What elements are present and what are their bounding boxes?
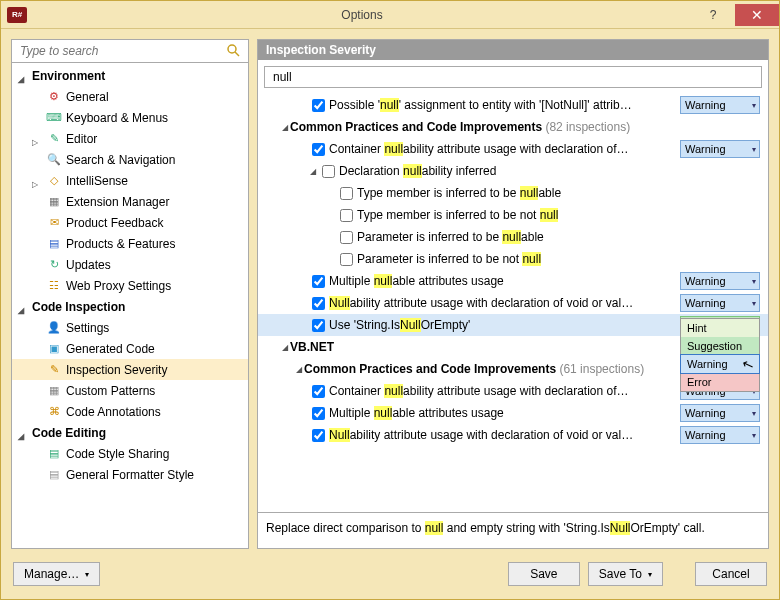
item-icon: ✎	[46, 362, 62, 378]
sidebar-item[interactable]: ⌨Keyboard & Menus	[12, 107, 248, 128]
chevron-icon[interactable]: ◢	[294, 365, 304, 374]
manage-button[interactable]: Manage…	[13, 562, 100, 586]
category-label: Code Editing	[32, 426, 106, 440]
severity-selector[interactable]: Warning	[680, 96, 760, 114]
cancel-button[interactable]: Cancel	[695, 562, 767, 586]
sidebar-item[interactable]: ▦Custom Patterns	[12, 380, 248, 401]
inspection-checkbox[interactable]	[322, 165, 335, 178]
main-panel: Inspection Severity Possible 'null' assi…	[257, 39, 769, 549]
dropdown-suggestion[interactable]: Suggestion	[681, 337, 759, 355]
sidebar-item[interactable]: ✉Product Feedback	[12, 212, 248, 233]
inspection-row[interactable]: Parameter is inferred to be not null	[258, 248, 768, 270]
inspection-checkbox[interactable]	[312, 385, 325, 398]
sidebar-item[interactable]: ▣Generated Code	[12, 338, 248, 359]
options-window: R# Options ? ✕ Environment⚙General⌨Keybo…	[0, 0, 780, 600]
sidebar-category[interactable]: Code Editing	[12, 422, 248, 443]
item-label: IntelliSense	[66, 174, 128, 188]
item-label: Custom Patterns	[66, 384, 155, 398]
inspection-row[interactable]: Multiple nullable attributes usageWarnin…	[258, 402, 768, 424]
inspection-checkbox[interactable]	[312, 275, 325, 288]
chevron-icon[interactable]	[18, 302, 28, 312]
sidebar-item[interactable]: ▤General Formatter Style	[12, 464, 248, 485]
item-icon: ◇	[46, 173, 62, 189]
severity-selector[interactable]: Warning	[680, 426, 760, 444]
item-icon: ↻	[46, 257, 62, 273]
sidebar-search[interactable]	[12, 40, 248, 63]
filter-box[interactable]	[264, 66, 762, 88]
item-icon: 🔍	[46, 152, 62, 168]
sidebar-tree[interactable]: Environment⚙General⌨Keyboard & Menus✎Edi…	[12, 63, 248, 548]
inspection-row[interactable]: Container nullability attribute usage wi…	[258, 138, 768, 160]
chevron-icon[interactable]: ◢	[308, 167, 318, 176]
row-label: Type member is inferred to be not null	[357, 208, 760, 222]
group-row[interactable]: ◢Common Practices and Code Improvements …	[258, 116, 768, 138]
sidebar-search-input[interactable]	[18, 43, 226, 59]
sidebar-item[interactable]: 🔍Search & Navigation	[12, 149, 248, 170]
sidebar-item[interactable]: ▦Extension Manager	[12, 191, 248, 212]
inspection-row[interactable]: Type member is inferred to be nullable	[258, 182, 768, 204]
sidebar-item[interactable]: ✎Inspection Severity	[12, 359, 248, 380]
inspection-checkbox[interactable]	[312, 143, 325, 156]
sidebar-item[interactable]: ⚙General	[12, 86, 248, 107]
inspection-list[interactable]: Possible 'null' assignment to entity wit…	[258, 94, 768, 512]
dropdown-error[interactable]: Error	[681, 373, 759, 391]
inspection-row[interactable]: Type member is inferred to be not null	[258, 204, 768, 226]
severity-selector[interactable]: Warning	[680, 404, 760, 422]
sidebar-item[interactable]: ↻Updates	[12, 254, 248, 275]
item-icon: ⌨	[46, 110, 62, 126]
inspection-row[interactable]: Nullability attribute usage with declara…	[258, 424, 768, 446]
sidebar-item[interactable]: ▤Code Style Sharing	[12, 443, 248, 464]
svg-line-1	[235, 52, 239, 56]
inspection-checkbox[interactable]	[340, 187, 353, 200]
dropdown-hint[interactable]: Hint	[681, 319, 759, 337]
chevron-icon[interactable]	[18, 428, 28, 438]
row-label: Container nullability attribute usage wi…	[329, 142, 674, 156]
chevron-icon[interactable]: ◢	[280, 123, 290, 132]
item-label: Products & Features	[66, 237, 175, 251]
inspection-row[interactable]: Parameter is inferred to be nullable	[258, 226, 768, 248]
chevron-icon[interactable]	[18, 71, 28, 81]
inspection-checkbox[interactable]	[340, 253, 353, 266]
inspection-checkbox[interactable]	[312, 297, 325, 310]
inspection-checkbox[interactable]	[312, 407, 325, 420]
item-icon: ☷	[46, 278, 62, 294]
inspection-checkbox[interactable]	[312, 319, 325, 332]
severity-selector[interactable]: Warning	[680, 272, 760, 290]
save-button[interactable]: Save	[508, 562, 580, 586]
row-label: Common Practices and Code Improvements (…	[290, 120, 760, 134]
help-button[interactable]: ?	[691, 4, 735, 26]
category-label: Environment	[32, 69, 105, 83]
inspection-checkbox[interactable]	[312, 99, 325, 112]
item-icon: ▤	[46, 446, 62, 462]
sidebar-item[interactable]: 👤Settings	[12, 317, 248, 338]
inspection-row[interactable]: Multiple nullable attributes usageWarnin…	[258, 270, 768, 292]
chevron-icon[interactable]	[32, 176, 42, 186]
close-button[interactable]: ✕	[735, 4, 779, 26]
severity-selector[interactable]: Warning	[680, 294, 760, 312]
chevron-icon[interactable]: ◢	[280, 343, 290, 352]
row-label: Declaration nullability inferred	[339, 164, 760, 178]
item-label: Web Proxy Settings	[66, 279, 171, 293]
item-label: Extension Manager	[66, 195, 169, 209]
severity-selector[interactable]: Warning	[680, 140, 760, 158]
row-label: Type member is inferred to be nullable	[357, 186, 760, 200]
sidebar: Environment⚙General⌨Keyboard & Menus✎Edi…	[11, 39, 249, 549]
sidebar-item[interactable]: ⌘Code Annotations	[12, 401, 248, 422]
sidebar-item[interactable]: ☷Web Proxy Settings	[12, 275, 248, 296]
save-to-button[interactable]: Save To	[588, 562, 663, 586]
item-icon: ✎	[46, 131, 62, 147]
sidebar-item[interactable]: ◇IntelliSense	[12, 170, 248, 191]
sidebar-item[interactable]: ▤Products & Features	[12, 233, 248, 254]
filter-input[interactable]	[271, 69, 755, 85]
sidebar-category[interactable]: Environment	[12, 65, 248, 86]
inspection-checkbox[interactable]	[340, 209, 353, 222]
inspection-row[interactable]: Possible 'null' assignment to entity wit…	[258, 94, 768, 116]
sidebar-item[interactable]: ✎Editor	[12, 128, 248, 149]
inspection-row[interactable]: ◢Declaration nullability inferred	[258, 160, 768, 182]
inspection-checkbox[interactable]	[312, 429, 325, 442]
row-label: Use 'String.IsNullOrEmpty'	[329, 318, 674, 332]
sidebar-category[interactable]: Code Inspection	[12, 296, 248, 317]
chevron-icon[interactable]	[32, 134, 42, 144]
inspection-row[interactable]: Nullability attribute usage with declara…	[258, 292, 768, 314]
inspection-checkbox[interactable]	[340, 231, 353, 244]
